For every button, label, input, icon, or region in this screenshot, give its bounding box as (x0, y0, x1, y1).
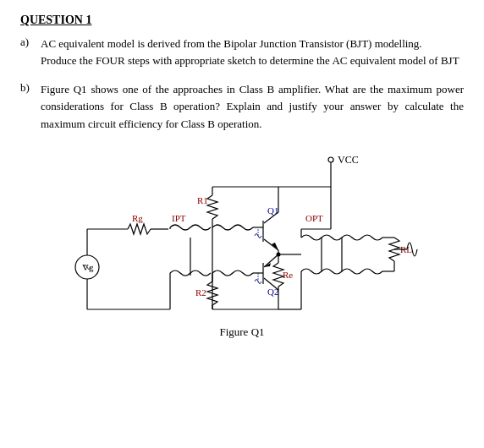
part-a-text: AC equivalent model is derived from the … (41, 36, 459, 69)
circuit-diagram: VCC Vg Rg IPT (60, 145, 424, 322)
q1-label: Q1 (267, 205, 278, 216)
opt-label: OPT (305, 213, 323, 223)
part-b-text: Figure Q1 shows one of the approaches in… (41, 81, 464, 132)
q2-label: Q2 (267, 287, 278, 297)
part-a-label: a) (20, 36, 36, 69)
r1-label: R1 (197, 195, 208, 205)
svg-point-0 (328, 157, 333, 162)
part-a: a) AC equivalent model is derived from t… (20, 36, 464, 69)
figure-label: Figure Q1 (20, 325, 464, 339)
rg-label: Rg (132, 213, 143, 223)
question-title: QUESTION 1 (20, 14, 464, 27)
svg-line-16 (264, 239, 278, 250)
svg-line-23 (264, 254, 278, 267)
part-b-label: b) (20, 81, 36, 132)
part-a-text2: Produce the FOUR steps with appropriate … (41, 54, 459, 67)
page: QUESTION 1 a) AC equivalent model is der… (0, 0, 484, 347)
r2-label: R2 (195, 287, 206, 298)
ipt-label: IPT (172, 213, 186, 223)
part-b: b) Figure Q1 shows one of the approaches… (20, 81, 464, 132)
vcc-label: VCC (338, 154, 359, 166)
part-a-text1: AC equivalent model is derived from the … (41, 37, 422, 50)
re-label: Re (283, 270, 293, 280)
circuit-area: VCC Vg Rg IPT (20, 145, 464, 322)
